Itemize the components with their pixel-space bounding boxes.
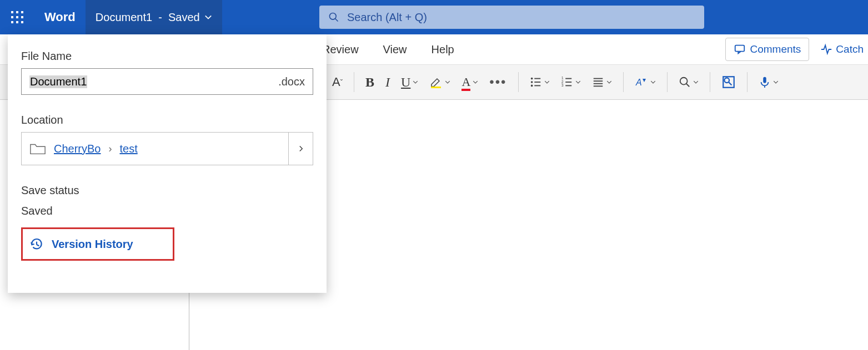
document-title-popover: File Name Document1 .docx Location Cherr… — [8, 34, 327, 293]
styles-button[interactable]: A — [629, 71, 661, 93]
chevron-down-icon — [204, 11, 212, 24]
editor-button[interactable] — [716, 71, 741, 93]
dictate-button[interactable] — [753, 71, 784, 93]
document-title-dropdown[interactable]: Document1 - Saved — [86, 0, 222, 34]
svg-text:3: 3 — [561, 83, 563, 87]
location-row: CherryBo › test — [21, 132, 313, 165]
save-status-value: Saved — [21, 205, 313, 217]
filename-input-row[interactable]: Document1 .docx — [21, 68, 313, 95]
chevron-down-icon — [650, 77, 656, 87]
svg-text:A: A — [635, 78, 642, 87]
save-status-label: Save status — [21, 184, 313, 197]
svg-rect-3 — [431, 87, 441, 88]
editor-icon — [721, 75, 736, 89]
svg-line-22 — [686, 84, 689, 87]
separator — [710, 72, 710, 92]
svg-point-8 — [530, 85, 533, 87]
chevron-right-icon — [298, 144, 304, 153]
bullets-button[interactable] — [524, 71, 555, 93]
separator — [354, 72, 354, 92]
chevron-down-icon — [575, 77, 581, 87]
chevron-down-icon — [445, 77, 450, 87]
microphone-icon — [759, 75, 771, 89]
svg-line-25 — [729, 82, 731, 85]
title-bar: Word Document1 - Saved Search (Alt + Q) — [0, 0, 868, 34]
search-input[interactable]: Search (Alt + Q) — [319, 6, 704, 29]
catch-label: Catch — [836, 43, 864, 55]
tab-review[interactable]: Review — [322, 43, 359, 56]
chevron-down-icon — [693, 77, 699, 87]
separator — [667, 72, 668, 92]
svg-point-21 — [680, 78, 687, 85]
more-options-button[interactable]: ••• — [484, 74, 512, 90]
location-path[interactable]: CherryBo › test — [22, 133, 288, 165]
version-history-label: Version History — [52, 238, 133, 251]
search-icon — [328, 12, 339, 23]
breadcrumb-separator: › — [108, 143, 112, 155]
comment-icon — [734, 43, 746, 55]
chevron-down-icon — [413, 77, 418, 87]
chevron-down-icon — [473, 77, 478, 87]
underline-button[interactable]: U — [395, 71, 424, 93]
history-icon — [29, 237, 44, 251]
numbering-button[interactable]: 123 — [555, 71, 586, 93]
app-name[interactable]: Word — [34, 10, 86, 24]
bold-button[interactable]: B — [360, 71, 380, 93]
find-button[interactable] — [673, 71, 704, 93]
svg-point-4 — [530, 78, 533, 80]
comments-label: Comments — [750, 43, 801, 55]
separator — [747, 72, 747, 92]
align-icon — [592, 76, 604, 88]
folder-icon — [29, 142, 46, 155]
location-child-link[interactable]: test — [119, 143, 137, 155]
svg-rect-2 — [735, 45, 744, 52]
svg-rect-26 — [763, 77, 766, 83]
search-icon — [679, 76, 691, 88]
tab-help[interactable]: Help — [432, 43, 454, 56]
svg-point-24 — [724, 78, 729, 83]
title-separator: - — [152, 11, 168, 24]
ribbon-actions: Comments Catch — [725, 38, 869, 61]
svg-point-6 — [530, 81, 533, 83]
svg-line-1 — [335, 19, 338, 22]
catch-up-button[interactable]: Catch — [816, 43, 868, 55]
search-placeholder: Search (Alt + Q) — [347, 11, 427, 24]
saved-indicator: Saved — [168, 11, 200, 24]
filename-value[interactable]: Document1 — [29, 75, 87, 88]
chevron-down-icon — [544, 77, 550, 87]
tab-view[interactable]: View — [383, 43, 407, 56]
pulse-icon — [820, 43, 832, 55]
chevron-down-icon — [606, 77, 612, 87]
location-browse-button[interactable] — [288, 133, 313, 165]
bullets-icon — [530, 76, 542, 88]
numbering-icon: 123 — [561, 76, 573, 88]
document-title-text: Document1 — [96, 11, 152, 24]
font-size-decrease[interactable]: Aˇ — [327, 71, 348, 93]
italic-button[interactable]: I — [380, 71, 395, 93]
filename-label: File Name — [21, 50, 313, 63]
file-extension: .docx — [278, 75, 305, 88]
app-launcher-button[interactable] — [0, 0, 34, 34]
comments-button[interactable]: Comments — [725, 38, 810, 61]
svg-point-0 — [330, 13, 337, 20]
align-button[interactable] — [586, 71, 618, 93]
highlight-icon — [429, 75, 443, 89]
version-history-button[interactable]: Version History — [21, 227, 174, 261]
styles-icon: A — [635, 75, 648, 89]
separator — [518, 72, 519, 92]
location-root-link[interactable]: CherryBo — [54, 143, 101, 155]
separator — [623, 72, 624, 92]
chevron-down-icon — [773, 77, 779, 87]
svg-line-29 — [37, 245, 39, 246]
location-label: Location — [21, 114, 313, 126]
font-color-button[interactable]: A — [456, 71, 484, 93]
highlight-button[interactable] — [424, 71, 456, 93]
waffle-icon — [11, 11, 23, 23]
